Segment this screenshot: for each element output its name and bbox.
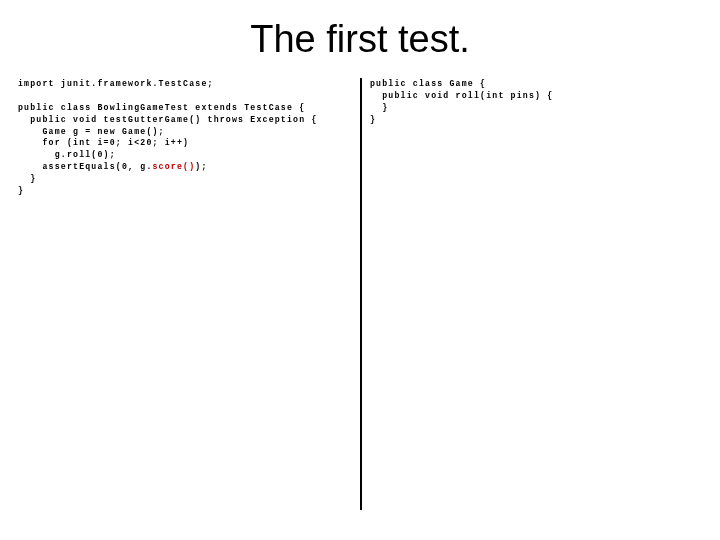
code-line: import junit.framework.TestCase; [18,79,214,88]
code-line: public class BowlingGameTest extends Tes… [18,103,305,112]
right-column: public class Game { public void roll(int… [360,78,702,520]
code-line: public void testGutterGame() throws Exce… [18,115,318,124]
left-column: import junit.framework.TestCase; public … [18,78,360,520]
slide-title: The first test. [0,0,720,71]
code-line: } [370,115,376,124]
code-line: g.roll(0); [18,150,116,159]
code-line: } [18,186,24,195]
code-line: for (int i=0; i<20; i++) [18,138,189,147]
code-line-part: ); [195,162,207,171]
code-line: } [18,174,36,183]
code-line: } [370,103,388,112]
code-line: Game g = new Game(); [18,127,165,136]
code-line: public void roll(int pins) { [370,91,553,100]
game-code-block: public class Game { public void roll(int… [370,78,702,126]
content-columns: import junit.framework.TestCase; public … [18,78,702,520]
test-code-block: import junit.framework.TestCase; public … [18,78,350,197]
slide: The first test. import junit.framework.T… [0,0,720,540]
code-error-span: score() [153,162,196,171]
code-line-part: assertEquals(0, g. [18,162,153,171]
code-line: public class Game { [370,79,486,88]
